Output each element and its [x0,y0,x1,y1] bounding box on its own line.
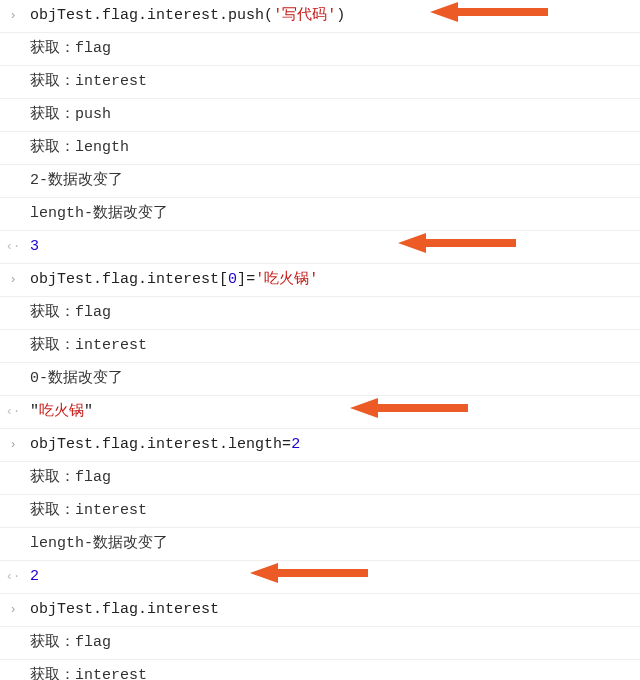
code-token-dot: . [93,436,102,453]
console-content: objTest.flag.interest[0]='吃火锅' [24,269,640,291]
log-text: 2-数据改变了 [30,172,123,189]
code-token-ident: flag [102,601,138,618]
console-content: 2 [24,566,640,588]
code-token-ident: flag [102,436,138,453]
code-token-ident: flag [102,271,138,288]
code-token-str: '写代码' [273,7,336,24]
prompt-input-icon: › [2,269,24,291]
code-token-quote: " [84,403,93,420]
code-token-ident: objTest [30,601,93,618]
console-row: 获取：flag [0,296,640,329]
console-content: 获取：interest [24,500,640,522]
code-token-ident: length [228,436,282,453]
code-token-dot: . [93,271,102,288]
code-token-op: = [282,436,291,453]
console-row: 获取：interest [0,494,640,527]
prompt-input-icon: › [2,599,24,621]
log-text: 获取：interest [30,73,147,90]
console-content: 获取：flag [24,38,640,60]
log-text: 0-数据改变了 [30,370,123,387]
console-row: ‹·3 [0,230,640,263]
code-token-str: '吃火锅' [255,271,318,288]
code-token-num: 2 [291,436,300,453]
console-row: 获取：length [0,131,640,164]
code-token-op: = [246,271,255,288]
console-content: "吃火锅" [24,401,640,423]
log-text: 获取：flag [30,634,111,651]
console-row: 获取：flag [0,626,640,659]
code-token-paren: ) [336,7,345,24]
code-token-num: 3 [30,238,39,255]
code-token-dot: . [138,7,147,24]
code-token-num: 0 [228,271,237,288]
log-text: 获取：flag [30,40,111,57]
log-text: 获取：interest [30,337,147,354]
console-row: 获取：interest [0,329,640,362]
prompt-output-icon: ‹· [2,401,24,423]
console-content: 获取：interest [24,665,640,680]
console-row: ›objTest.flag.interest.push('写代码') [0,0,640,32]
console-row: 获取：interest [0,65,640,98]
console-row: ›objTest.flag.interest [0,593,640,626]
code-token-ident: interest [147,601,219,618]
prompt-input-icon: › [2,434,24,456]
console-content: 3 [24,236,640,258]
code-token-dot: . [138,601,147,618]
log-text: 获取：length [30,139,129,156]
code-token-dot: . [93,601,102,618]
code-token-str: 吃火锅 [39,403,84,420]
console-content: objTest.flag.interest.length=2 [24,434,640,456]
code-token-dot: . [138,271,147,288]
console-content: 0-数据改变了 [24,368,640,390]
console-row: 2-数据改变了 [0,164,640,197]
console-row: length-数据改变了 [0,197,640,230]
console-row: 获取：flag [0,32,640,65]
log-text: 获取：interest [30,667,147,680]
code-token-num: 2 [30,568,39,585]
code-token-paren: ( [264,7,273,24]
console-content: 获取：flag [24,632,640,654]
code-token-brkt: [ [219,271,228,288]
console-content: 获取：push [24,104,640,126]
prompt-output-icon: ‹· [2,236,24,258]
console-row: ‹·"吃火锅" [0,395,640,428]
console-content: length-数据改变了 [24,203,640,225]
console-content: 获取：flag [24,302,640,324]
console-row: length-数据改变了 [0,527,640,560]
log-text: length-数据改变了 [30,205,168,222]
console-row: 0-数据改变了 [0,362,640,395]
console-row: ›objTest.flag.interest.length=2 [0,428,640,461]
console-content: objTest.flag.interest [24,599,640,621]
code-token-dot: . [219,436,228,453]
code-token-ident: interest [147,7,219,24]
code-token-quote: " [30,403,39,420]
code-token-ident: flag [102,7,138,24]
code-token-ident: objTest [30,7,93,24]
code-token-dot: . [219,7,228,24]
console-row: ‹·2 [0,560,640,593]
code-token-brkt: ] [237,271,246,288]
prompt-input-icon: › [2,5,24,27]
console-content: 获取：flag [24,467,640,489]
console-row: 获取：push [0,98,640,131]
code-token-ident: objTest [30,271,93,288]
console-content: 获取：length [24,137,640,159]
code-token-func: push [228,7,264,24]
console-row: ›objTest.flag.interest[0]='吃火锅' [0,263,640,296]
code-token-ident: interest [147,436,219,453]
log-text: 获取：interest [30,502,147,519]
console-content: objTest.flag.interest.push('写代码') [24,5,640,27]
console-content: length-数据改变了 [24,533,640,555]
console-content: 获取：interest [24,335,640,357]
log-text: length-数据改变了 [30,535,168,552]
console-row: 获取：interest [0,659,640,680]
log-text: 获取：push [30,106,111,123]
console-content: 2-数据改变了 [24,170,640,192]
code-token-dot: . [138,436,147,453]
devtools-console: ›objTest.flag.interest.push('写代码')获取：fla… [0,0,640,680]
code-token-dot: . [93,7,102,24]
code-token-ident: objTest [30,436,93,453]
code-token-ident: interest [147,271,219,288]
log-text: 获取：flag [30,304,111,321]
console-content: 获取：interest [24,71,640,93]
